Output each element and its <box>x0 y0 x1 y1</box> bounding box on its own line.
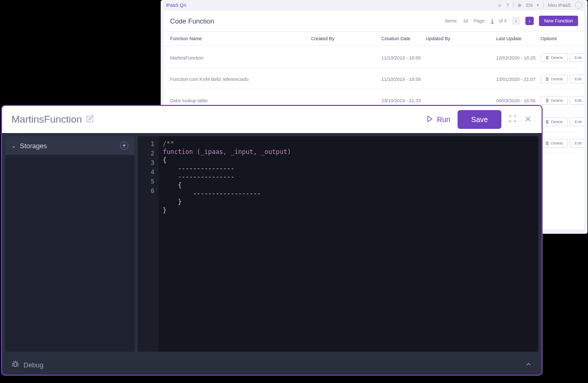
chevron-down-icon: ⌄ <box>11 143 16 149</box>
code-line: { <box>163 182 182 189</box>
cell-created-date: 11/10/2019 - 18:58 <box>381 77 426 82</box>
cell-updated-date: 12/02/2020 - 18:25 <box>496 55 541 61</box>
edit-button[interactable]: Edit <box>570 53 584 62</box>
debug-toggle[interactable]: Debug <box>11 360 43 369</box>
help-icon[interactable]: ? <box>506 3 509 8</box>
storages-header[interactable]: ⌄ Storages + <box>5 136 135 155</box>
items-label: Items: <box>445 18 458 23</box>
trash-icon: 🗑 <box>545 141 549 146</box>
col-options: Options <box>541 36 578 41</box>
row-actions: 🗑DeleteEdit <box>541 75 584 83</box>
storages-sidebar: ⌄ Storages + <box>5 136 135 352</box>
delete-button[interactable]: 🗑Delete <box>541 96 568 105</box>
cell-created-date: 11/10/2019 - 18:58 <box>381 55 426 61</box>
editor-title: MartinsFunction <box>11 114 426 125</box>
chevron-up-icon[interactable] <box>525 361 532 369</box>
line-number: 1 <box>138 139 159 149</box>
edit-button[interactable]: Edit <box>570 139 584 148</box>
code-line: } <box>163 198 182 206</box>
row-actions: 🗑DeleteEdit <box>541 96 584 105</box>
delete-button[interactable]: 🗑Delete <box>541 117 568 126</box>
code-line: --------------- <box>163 165 234 172</box>
trash-icon: 🗑 <box>545 98 549 103</box>
delete-button[interactable]: 🗑Delete <box>541 139 568 148</box>
delete-button[interactable]: 🗑Delete <box>541 75 568 83</box>
debug-label: Debug <box>23 361 43 369</box>
editor-body: ⌄ Storages + 1 2 3 4 5 6 /** function (_… <box>2 133 542 375</box>
cell-updated-date: 09/03/2020 - 16:56 <box>496 98 541 103</box>
topbar-right: ☺ ? ⊕ EN ▾ Meu iPaaS <box>497 2 582 9</box>
header-actions: Run Save <box>426 110 532 129</box>
table-row[interactable]: Function com KVM Beliz referenciado11/10… <box>168 69 580 89</box>
code-line: } <box>163 207 166 214</box>
cell-updated-date: 13/01/2020 - 21:07 <box>496 77 541 82</box>
code-line: --------------- <box>163 173 234 181</box>
code-line: function (_ipaas, _input, _output) <box>163 148 291 155</box>
editor-header: MartinsFunction Run Save <box>2 106 542 133</box>
editor-footer[interactable]: Debug <box>2 355 542 375</box>
editor-main: ⌄ Storages + 1 2 3 4 5 6 /** function (_… <box>2 133 542 355</box>
edit-button[interactable]: Edit <box>570 96 584 105</box>
function-name: MartinsFunction <box>11 114 82 125</box>
edit-button[interactable]: Edit <box>570 75 584 83</box>
code-line: /** <box>163 140 174 147</box>
fullscreen-icon[interactable] <box>509 115 517 124</box>
divider <box>543 3 544 8</box>
delete-button[interactable]: 🗑Delete <box>541 53 568 62</box>
col-created-by[interactable]: Created By <box>311 36 381 41</box>
edit-name-icon[interactable] <box>86 114 94 125</box>
avatar[interactable] <box>575 2 582 9</box>
pager-prev-button[interactable]: ‹ <box>512 17 520 25</box>
divider <box>513 3 513 8</box>
row-actions: 🗑DeleteEdit <box>541 117 584 126</box>
row-actions: 🗑DeleteEdit <box>541 139 584 148</box>
storages-label: Storages <box>20 142 47 150</box>
chevron-down-icon[interactable]: ▾ <box>537 3 539 7</box>
row-actions: 🗑DeleteEdit <box>541 53 584 62</box>
add-storage-button[interactable]: + <box>120 141 128 150</box>
trash-icon: 🗑 <box>545 77 549 81</box>
app-topbar: iPaaS QA ☺ ? ⊕ EN ▾ Meu iPaaS <box>161 0 587 10</box>
save-button[interactable]: Save <box>458 110 501 129</box>
code-content[interactable]: /** function (_ipaas, _input, _output) {… <box>159 136 538 352</box>
app-name: iPaaS QA <box>166 3 497 8</box>
page-title: Code Function <box>170 17 445 25</box>
col-created-date[interactable]: Creation Date <box>381 36 426 41</box>
items-count: 16 <box>463 18 468 23</box>
close-icon[interactable] <box>524 115 532 125</box>
notification-icon[interactable]: ☺ <box>497 3 502 8</box>
play-icon <box>426 115 434 124</box>
col-updated-by[interactable]: Updated By <box>426 36 496 41</box>
trash-icon: 🗑 <box>545 119 549 124</box>
line-number: 6 <box>138 186 159 196</box>
line-gutter: 1 2 3 4 5 6 <box>138 136 159 352</box>
trash-icon: 🗑 <box>545 55 549 60</box>
pager-next-button[interactable]: › <box>525 17 534 25</box>
page-label: Page: <box>473 18 486 23</box>
cell-created-date: 23/10/2019 - 21:33 <box>381 98 426 103</box>
new-function-button[interactable]: New Function <box>539 16 578 26</box>
code-line: { <box>163 157 166 164</box>
user-label[interactable]: Meu iPaaS <box>548 3 571 8</box>
table-row[interactable]: MartinsFunction11/10/2019 - 18:5812/02/2… <box>168 48 580 67</box>
col-function-name[interactable]: Function Name <box>170 36 311 41</box>
cell-name: Function com KVM Beliz referenciado <box>170 77 311 82</box>
cell-name: Debs lookup table <box>170 98 311 103</box>
code-line: ------------------ <box>163 190 261 197</box>
globe-icon: ⊕ <box>518 3 522 8</box>
edit-button[interactable]: Edit <box>570 117 584 126</box>
line-number: 2 <box>138 149 159 158</box>
svg-rect-3 <box>14 362 17 367</box>
code-editor[interactable]: 1 2 3 4 5 6 /** function (_ipaas, _input… <box>138 136 538 352</box>
page-current[interactable]: 1 <box>491 18 494 23</box>
table-header: Function Name Created By Creation Date U… <box>164 32 584 46</box>
content-header: Code Function Items: 16 Page: 1 of 4 ‹ ›… <box>164 10 584 32</box>
pagination: Items: 16 Page: 1 of 4 ‹ › New Function <box>445 16 578 26</box>
run-button[interactable]: Run <box>426 115 450 124</box>
lang-label[interactable]: EN <box>526 3 533 8</box>
svg-marker-0 <box>428 116 432 122</box>
col-updated-date[interactable]: Last Update <box>496 36 541 41</box>
bug-icon <box>11 360 19 369</box>
cell-name: MartinsFunction <box>170 55 311 61</box>
page-total: of 4 <box>499 18 507 23</box>
